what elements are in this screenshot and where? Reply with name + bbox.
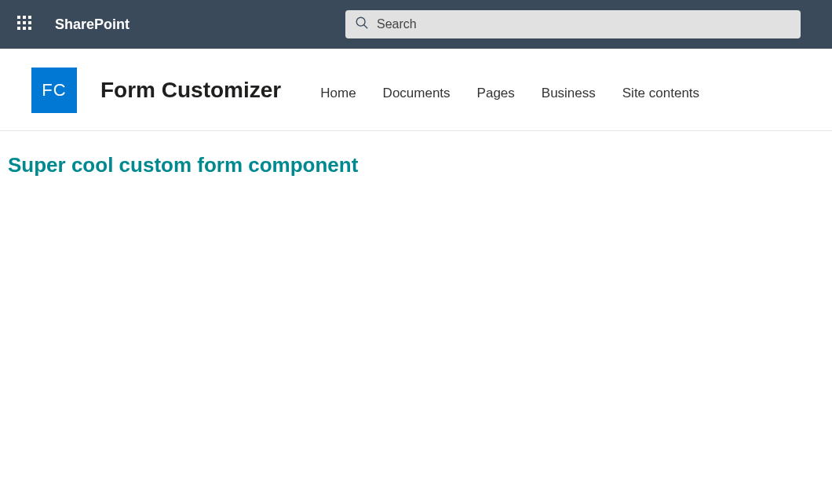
nav-item-business[interactable]: Business bbox=[542, 79, 596, 101]
suite-bar: SharePoint bbox=[0, 0, 832, 49]
component-heading: Super cool custom form component bbox=[8, 153, 824, 177]
waffle-icon bbox=[17, 16, 31, 33]
svg-rect-5 bbox=[28, 21, 31, 24]
nav-item-site-contents[interactable]: Site contents bbox=[622, 79, 699, 101]
search-box[interactable] bbox=[345, 10, 801, 38]
site-title[interactable]: Form Customizer bbox=[100, 78, 281, 103]
svg-rect-8 bbox=[28, 27, 31, 30]
main-content: Super cool custom form component bbox=[0, 131, 832, 199]
svg-rect-3 bbox=[17, 21, 20, 24]
svg-rect-0 bbox=[17, 16, 20, 19]
nav-item-documents[interactable]: Documents bbox=[383, 79, 451, 101]
site-header: FC Form Customizer Home Documents Pages … bbox=[0, 49, 832, 131]
svg-rect-6 bbox=[17, 27, 20, 30]
svg-rect-4 bbox=[23, 21, 26, 24]
svg-rect-7 bbox=[23, 27, 26, 30]
nav-item-home[interactable]: Home bbox=[320, 79, 356, 101]
search-container bbox=[141, 10, 801, 38]
svg-point-9 bbox=[356, 17, 365, 26]
app-name-link[interactable]: SharePoint bbox=[49, 16, 130, 33]
search-icon bbox=[355, 16, 377, 33]
nav-item-pages[interactable]: Pages bbox=[477, 79, 515, 101]
app-launcher-button[interactable] bbox=[0, 0, 49, 49]
site-logo[interactable]: FC bbox=[31, 68, 77, 113]
svg-line-10 bbox=[364, 25, 368, 29]
search-input[interactable] bbox=[377, 17, 791, 31]
svg-rect-2 bbox=[28, 16, 31, 19]
svg-rect-1 bbox=[23, 16, 26, 19]
site-nav: Home Documents Pages Business Site conte… bbox=[320, 79, 699, 101]
